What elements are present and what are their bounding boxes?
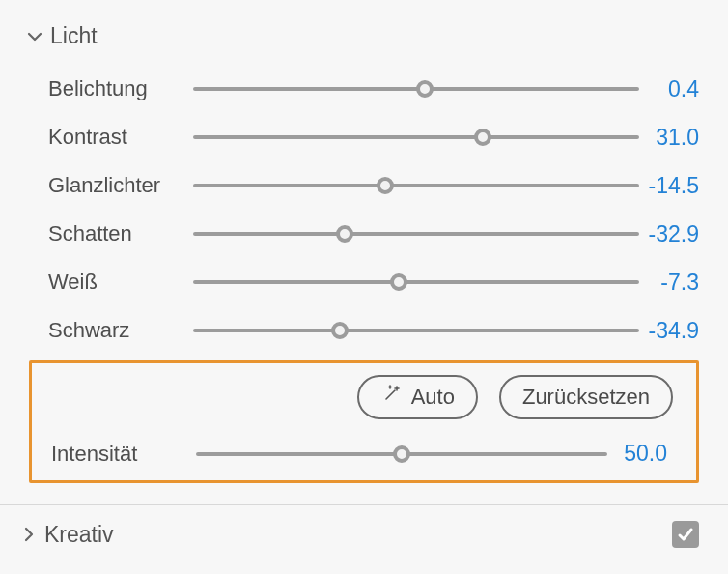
slider-row-belichtung: Belichtung 0.4 xyxy=(48,65,728,113)
auto-reset-buttons: Auto Zurücksetzen xyxy=(51,375,696,433)
slider-label: Belichtung xyxy=(48,76,193,101)
auto-intensity-highlight: Auto Zurücksetzen Intensität 50.0 xyxy=(29,360,699,483)
slider-belichtung[interactable] xyxy=(193,87,643,91)
licht-section-title: Licht xyxy=(50,23,98,49)
slider-row-intensitaet: Intensität 50.0 xyxy=(51,433,696,467)
slider-intensitaet[interactable] xyxy=(196,452,611,456)
slider-thumb[interactable] xyxy=(416,80,434,98)
svg-line-0 xyxy=(386,390,395,399)
slider-row-glanzlichter: Glanzlichter -14.5 xyxy=(48,161,728,210)
slider-schatten[interactable] xyxy=(193,232,643,236)
slider-value[interactable]: -14.5 xyxy=(643,173,728,199)
slider-row-weiss: Weiß -7.3 xyxy=(48,258,728,306)
kreativ-section-header[interactable]: Kreativ xyxy=(0,505,728,548)
reset-button-label: Zurücksetzen xyxy=(522,385,650,410)
slider-row-schwarz: Schwarz -34.9 xyxy=(48,306,728,355)
slider-thumb[interactable] xyxy=(377,177,394,194)
slider-thumb[interactable] xyxy=(390,273,407,291)
slider-thumb[interactable] xyxy=(393,445,410,463)
licht-section-header[interactable]: Licht xyxy=(0,17,728,65)
slider-label: Schwarz xyxy=(48,318,193,343)
slider-label: Kontrast xyxy=(48,125,193,150)
slider-label: Intensität xyxy=(51,442,196,467)
slider-label: Schatten xyxy=(48,221,193,246)
slider-thumb[interactable] xyxy=(474,129,491,146)
slider-value[interactable]: 50.0 xyxy=(611,441,696,467)
slider-label: Glanzlichter xyxy=(48,173,193,198)
slider-value[interactable]: 31.0 xyxy=(643,125,728,151)
kreativ-section-title: Kreativ xyxy=(44,522,114,548)
slider-schwarz[interactable] xyxy=(193,329,643,332)
magic-wand-icon xyxy=(380,384,402,411)
chevron-right-icon xyxy=(19,525,39,544)
slider-row-schatten: Schatten -32.9 xyxy=(48,210,728,258)
slider-value[interactable]: -32.9 xyxy=(643,221,728,247)
auto-button-label: Auto xyxy=(411,385,455,410)
slider-weiss[interactable] xyxy=(193,280,643,284)
licht-sliders: Belichtung 0.4 Kontrast 31.0 Glanzlichte… xyxy=(0,65,728,355)
adjustments-panel: Licht Belichtung 0.4 Kontrast 31.0 Glanz… xyxy=(0,0,728,548)
reset-button[interactable]: Zurücksetzen xyxy=(499,375,673,419)
slider-thumb[interactable] xyxy=(331,322,349,339)
slider-thumb[interactable] xyxy=(336,225,353,243)
slider-value[interactable]: 0.4 xyxy=(643,76,728,102)
auto-button[interactable]: Auto xyxy=(357,375,478,419)
slider-value[interactable]: -7.3 xyxy=(643,270,728,296)
slider-value[interactable]: -34.9 xyxy=(643,318,728,344)
chevron-down-icon xyxy=(25,27,44,46)
slider-row-kontrast: Kontrast 31.0 xyxy=(48,113,728,161)
slider-label: Weiß xyxy=(48,270,193,295)
slider-glanzlichter[interactable] xyxy=(193,184,643,187)
slider-kontrast[interactable] xyxy=(193,135,643,139)
kreativ-checkbox[interactable] xyxy=(672,521,699,548)
